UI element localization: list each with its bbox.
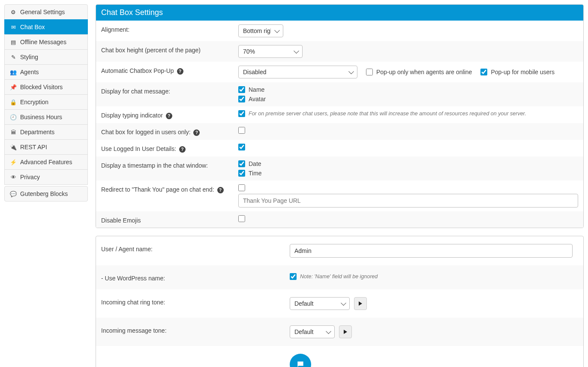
sidebar-item-label: Advanced Features <box>20 159 72 165</box>
typing-indicator-checkbox[interactable] <box>238 110 245 117</box>
height-select[interactable]: 70% <box>238 45 303 58</box>
sidebar-item-label: REST API <box>20 144 47 150</box>
msg-tone-select[interactable]: Default <box>290 325 335 338</box>
label-msg-tone: Incoming message tone: <box>101 325 290 334</box>
sidebar-item-business-hours[interactable]: 🕘Business Hours <box>4 109 88 125</box>
label-ring-tone: Incoming chat ring tone: <box>101 297 290 306</box>
label-display-message: Display for chat message: <box>101 86 238 95</box>
row-typing-indicator: Display typing indicator ? For on premis… <box>96 106 583 123</box>
timestamp-time-option[interactable]: Time <box>238 170 262 177</box>
help-icon[interactable]: ? <box>166 113 172 119</box>
users-icon: 👥 <box>10 69 17 75</box>
row-alignment: Alignment: Bottom right <box>96 21 583 41</box>
play-ring-button[interactable] <box>354 297 367 310</box>
label-auto-popup: Automatic Chatbox Pop-Up ? <box>101 66 238 75</box>
popup-online-label: Pop-up only when agents are online <box>376 69 472 75</box>
use-logged-checkbox[interactable] <box>238 144 245 150</box>
typing-hint: For on premise server chat users, please… <box>249 111 526 117</box>
sidebar-item-departments[interactable]: 🏛Departments <box>4 124 88 140</box>
row-ring-tone: Incoming chat ring tone: Default <box>96 289 583 318</box>
settings-sidebar: ⚙General Settings ✉Chat Box ▤Offline Mes… <box>4 4 88 367</box>
row-display-message: Display for chat message: Name Avatar <box>96 82 583 106</box>
sidebar-item-offline-messages[interactable]: ▤Offline Messages <box>4 34 88 50</box>
sidebar-item-label: Departments <box>20 129 54 135</box>
display-name-option[interactable]: Name <box>238 86 266 93</box>
sidebar-item-label: Business Hours <box>20 114 62 120</box>
timestamp-time-checkbox[interactable] <box>238 170 245 177</box>
sidebar-item-encryption[interactable]: 🔒Encryption <box>4 94 88 110</box>
use-wp-hint: Note: 'Name' field will be ignored <box>300 274 378 280</box>
sidebar-item-label: Privacy <box>20 174 40 180</box>
row-timestamp: Display a timestamp in the chat window: … <box>96 156 583 180</box>
agent-name-input[interactable] <box>290 244 573 258</box>
ring-tone-select-wrap: Default <box>290 297 350 310</box>
sidebar-item-label: Offline Messages <box>20 39 66 45</box>
redirect-checkbox[interactable] <box>238 184 245 191</box>
sidebar-item-general-settings[interactable]: ⚙General Settings <box>4 4 88 20</box>
loggedin-only-checkbox[interactable] <box>238 127 245 134</box>
autopopup-select[interactable]: Disabled <box>238 66 357 78</box>
envelope-icon: ✉ <box>10 24 17 30</box>
display-avatar-option[interactable]: Avatar <box>238 96 266 102</box>
label-agent-name: User / Agent name: <box>101 244 290 253</box>
row-msg-tone: Incoming message tone: Default <box>96 318 583 346</box>
label-use-wp-name: - Use WordPress name: <box>101 273 290 282</box>
play-msg-button[interactable] <box>339 325 352 338</box>
timestamp-date-checkbox[interactable] <box>238 160 245 167</box>
disable-emojis-checkbox[interactable] <box>238 215 245 222</box>
sidebar-item-agents[interactable]: 👥Agents <box>4 64 88 80</box>
label-height: Chat box height (percent of the page) <box>101 45 238 54</box>
alignment-select-wrap: Bottom right <box>238 24 283 37</box>
popup-mobile-option[interactable]: Pop-up for mobile users <box>480 69 555 75</box>
chat-box-settings-card: Chat Box Settings Alignment: Bottom righ… <box>96 4 584 228</box>
sidebar-item-styling[interactable]: ✎Styling <box>4 49 88 65</box>
popup-mobile-checkbox[interactable] <box>480 69 487 75</box>
alignment-select[interactable]: Bottom right <box>238 24 283 37</box>
main-content: Chat Box Settings Alignment: Bottom righ… <box>96 4 584 367</box>
row-disable-emojis: Disable Emojis <box>96 211 583 228</box>
speech-bubble-icon <box>296 360 305 367</box>
typing-indicator-option[interactable]: For on premise server chat users, please… <box>238 110 526 117</box>
sidebar-item-rest-api[interactable]: 🔌REST API <box>4 139 88 155</box>
display-name-checkbox[interactable] <box>238 86 245 93</box>
sidebar-item-label: General Settings <box>20 9 65 15</box>
popup-online-option[interactable]: Pop-up only when agents are online <box>366 69 472 75</box>
building-icon: 🏛 <box>10 129 17 135</box>
sidebar-item-label: Blocked Visitors <box>20 84 63 90</box>
row-auto-popup: Automatic Chatbox Pop-Up ? Disabled Pop-… <box>96 62 583 82</box>
use-wp-name-option[interactable]: Note: 'Name' field will be ignored <box>290 273 378 280</box>
msg-tone-select-wrap: Default <box>290 325 335 338</box>
use-wp-name-checkbox[interactable] <box>290 273 297 280</box>
list-icon: ▤ <box>10 39 17 45</box>
label-timestamp: Display a timestamp in the chat window: <box>101 160 238 169</box>
help-icon[interactable]: ? <box>179 146 186 153</box>
sidebar-item-gutenberg-blocks[interactable]: 💬Gutenberg Blocks <box>4 186 88 202</box>
help-icon[interactable]: ? <box>177 68 183 75</box>
sidebar-item-blocked-visitors[interactable]: 📌Blocked Visitors <box>4 79 88 95</box>
clock-icon: 🕘 <box>10 114 17 120</box>
plug-icon: 🔌 <box>10 144 17 150</box>
popup-online-checkbox[interactable] <box>366 69 373 75</box>
ring-tone-select[interactable]: Default <box>290 297 350 310</box>
row-loggedin-only: Chat box for logged in users only: ? <box>96 123 583 140</box>
row-use-wp-name: - Use WordPress name: Note: 'Name' field… <box>96 265 583 289</box>
bolt-icon: ⚡ <box>10 159 17 165</box>
help-icon[interactable]: ? <box>193 129 200 136</box>
sidebar-item-privacy[interactable]: 👁Privacy <box>4 169 88 185</box>
help-icon[interactable]: ? <box>217 187 224 193</box>
sidebar-item-label: Agents <box>20 69 39 75</box>
sidebar-item-advanced-features[interactable]: ⚡Advanced Features <box>4 154 88 170</box>
timestamp-date-option[interactable]: Date <box>238 160 262 167</box>
display-avatar-checkbox[interactable] <box>238 96 245 102</box>
sidebar-item-chat-box[interactable]: ✉Chat Box <box>4 19 88 35</box>
sidebar-item-label: Chat Box <box>20 24 45 30</box>
popup-mobile-label: Pop-up for mobile users <box>491 69 555 75</box>
label-disable-emojis: Disable Emojis <box>101 215 238 224</box>
thank-you-url-input[interactable] <box>238 194 578 208</box>
label-redirect: Redirect to "Thank You" page on chat end… <box>101 184 238 193</box>
pin-icon: 📌 <box>10 84 17 90</box>
pencil-icon: ✎ <box>10 54 17 60</box>
card-header: Chat Box Settings <box>96 5 583 21</box>
row-use-logged: Use Logged In User Details: ? <box>96 140 583 156</box>
label-alignment: Alignment: <box>101 24 238 33</box>
